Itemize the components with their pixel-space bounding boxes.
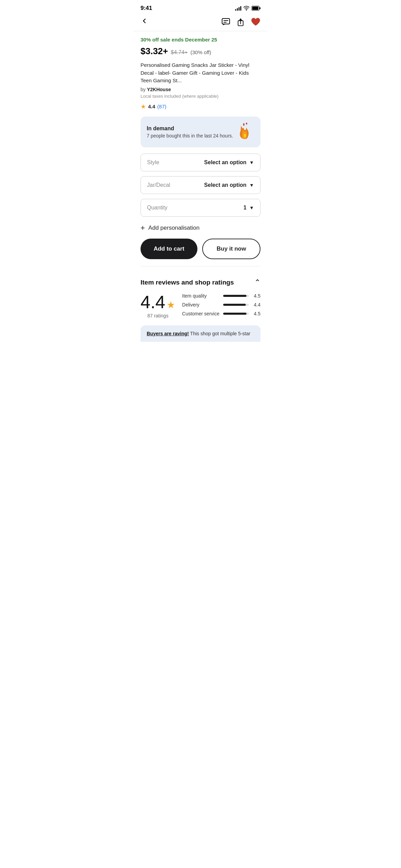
reviews-collapse-icon[interactable]: ⌃ — [254, 278, 260, 287]
status-time: 9:41 — [141, 5, 152, 12]
overall-star-icon: ★ — [167, 299, 175, 311]
rating-bar-value: 4.4 — [252, 302, 260, 308]
svg-rect-2 — [252, 7, 258, 10]
status-icons — [235, 6, 260, 11]
product-by: by Y2KHouse — [141, 87, 260, 92]
rating-bar-label: Delivery — [182, 302, 220, 308]
chat-icon[interactable] — [221, 18, 230, 26]
price-current: $3.32+ — [141, 46, 168, 57]
rating-bar-value: 4.5 — [252, 311, 260, 316]
quantity-value: 1 ▼ — [243, 205, 254, 211]
rating-bar-track — [223, 304, 249, 306]
sale-banner: 30% off sale ends December 25 — [141, 37, 260, 43]
share-icon[interactable] — [236, 17, 245, 26]
style-chevron-icon: ▼ — [249, 160, 254, 165]
rating-bar-fill — [223, 304, 246, 306]
status-bar: 9:41 — [134, 0, 267, 14]
rating-bar-value: 4.5 — [252, 293, 260, 299]
plus-icon: + — [141, 224, 145, 232]
product-taxes: Local taxes included (where applicable) — [141, 94, 260, 99]
svg-rect-8 — [243, 123, 245, 125]
rating-bar-label: Item quality — [182, 293, 220, 299]
rating-bar-row: Delivery 4.4 — [182, 302, 260, 308]
rating-bar-track — [223, 313, 249, 315]
style-label: Style — [147, 159, 159, 166]
star-icon: ★ — [141, 103, 146, 110]
rating-bar-fill — [223, 295, 246, 297]
reviews-header: Item reviews and shop ratings ⌃ — [141, 278, 260, 287]
svg-rect-1 — [259, 7, 260, 9]
rating-score: 4.4 — [148, 104, 155, 109]
quantity-chevron-icon: ▼ — [249, 205, 254, 210]
buyers-raving-title: Buyers are raving! — [147, 331, 189, 336]
rating-bar-row: Customer service 4.5 — [182, 311, 260, 316]
in-demand-title: In demand — [147, 125, 233, 132]
rating-bar-label: Customer service — [182, 311, 220, 316]
price-original: $4.74+ — [171, 49, 187, 56]
personalisation-label: Add personalisation — [148, 225, 199, 231]
back-button[interactable] — [141, 17, 148, 27]
total-ratings: 87 ratings — [141, 313, 175, 318]
jar-decal-dropdown[interactable]: Jar/Decal Select an option ▼ — [141, 176, 260, 194]
shop-name[interactable]: Y2KHouse — [147, 87, 171, 92]
buyers-raving-subtext: This shop got multiple 5-star — [190, 331, 251, 336]
jar-decal-value: Select an option ▼ — [204, 182, 254, 188]
buyers-raving-box: Buyers are raving! This shop got multipl… — [141, 325, 260, 342]
product-content: 30% off sale ends December 25 $3.32+ $4.… — [134, 31, 267, 272]
rating-bar-fill — [223, 313, 246, 315]
battery-icon — [252, 6, 260, 11]
signal-icon — [235, 6, 241, 11]
rating-bars: Item quality 4.5 Delivery 4.4 Customer s… — [182, 293, 260, 320]
product-title: Personalised Gaming Snacks Jar Sticker -… — [141, 61, 260, 85]
quantity-label: Quantity — [147, 205, 168, 211]
nav-bar — [134, 14, 267, 31]
in-demand-subtitle: 7 people bought this in the last 24 hour… — [147, 133, 233, 138]
quantity-dropdown[interactable]: Quantity 1 ▼ — [141, 199, 260, 217]
nav-actions — [221, 17, 260, 26]
rating-count[interactable]: (87) — [157, 104, 167, 109]
svg-rect-3 — [222, 19, 230, 24]
rating-summary: 4.4 ★ 87 ratings Item quality 4.5 Delive… — [141, 293, 260, 320]
rating-bar-track — [223, 295, 249, 297]
rating-row: ★ 4.4 (87) — [141, 103, 260, 110]
style-dropdown[interactable]: Style Select an option ▼ — [141, 154, 260, 171]
style-value: Select an option ▼ — [204, 159, 254, 166]
overall-rating: 4.4 ★ 87 ratings — [141, 293, 175, 318]
fire-icon — [236, 122, 254, 142]
add-to-cart-button[interactable]: Add to cart — [141, 239, 197, 259]
action-buttons: Add to cart Buy it now — [141, 239, 260, 266]
rating-bar-row: Item quality 4.5 — [182, 293, 260, 299]
wifi-icon — [243, 6, 250, 11]
add-personalisation-row[interactable]: + Add personalisation — [141, 221, 260, 239]
buy-it-now-button[interactable]: Buy it now — [202, 239, 260, 259]
favorite-button[interactable] — [251, 17, 260, 26]
price-discount: (30% off) — [191, 49, 211, 55]
price-row: $3.32+ $4.74+ (30% off) — [141, 46, 260, 57]
in-demand-box: In demand 7 people bought this in the la… — [141, 117, 260, 147]
overall-score: 4.4 — [141, 293, 165, 311]
jar-decal-chevron-icon: ▼ — [249, 182, 254, 188]
reviews-title: Item reviews and shop ratings — [141, 279, 234, 286]
svg-rect-9 — [246, 122, 247, 124]
reviews-section: Item reviews and shop ratings ⌃ 4.4 ★ 87… — [134, 272, 267, 342]
in-demand-text: In demand 7 people bought this in the la… — [147, 125, 233, 138]
jar-decal-label: Jar/Decal — [147, 182, 170, 188]
by-label: by — [141, 87, 146, 92]
